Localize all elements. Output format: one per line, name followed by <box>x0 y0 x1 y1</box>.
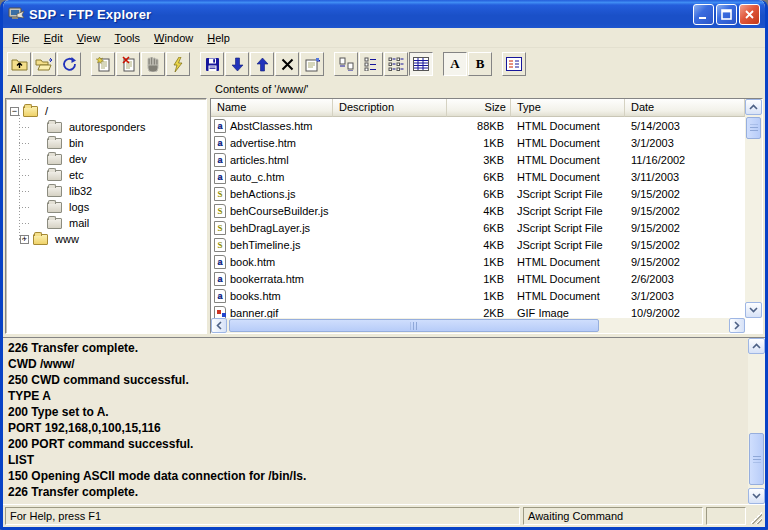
properties-button[interactable] <box>300 52 324 76</box>
log-line: 226 Transfer complete. <box>8 484 745 500</box>
open-connection-button[interactable] <box>32 52 56 76</box>
expand-expander-icon[interactable]: + <box>20 235 29 244</box>
collapse-expander-icon[interactable]: − <box>10 107 19 116</box>
file-row[interactable]: AbstClasses.htm 88KB HTML Document 5/14/… <box>211 117 745 134</box>
log-line: 200 PORT command successful. <box>8 436 745 452</box>
file-row[interactable]: advertise.htm 1KB HTML Document 3/1/2003 <box>211 134 745 151</box>
column-header-name[interactable]: Name <box>211 99 333 117</box>
file-row[interactable]: book.htm 1KB HTML Document 9/15/2002 <box>211 253 745 270</box>
folder-tree[interactable]: − / + autoresponders <box>5 98 207 334</box>
chevron-down-icon <box>752 493 761 499</box>
file-size: 6KB <box>447 222 511 234</box>
contents-pane-header: Contents of '/www/' <box>210 81 763 98</box>
tree-item[interactable]: + etc <box>10 167 204 183</box>
delete-file-button[interactable] <box>116 52 140 76</box>
close-button[interactable] <box>739 4 760 25</box>
tree-item[interactable]: + autoresponders <box>10 119 204 135</box>
horizontal-scrollbar[interactable] <box>211 318 745 333</box>
file-row[interactable]: behTimeline.js 4KB JScript Script File 9… <box>211 236 745 253</box>
tree-item[interactable]: + dev <box>10 151 204 167</box>
menu-item[interactable]: View <box>70 30 108 46</box>
file-row[interactable]: behCourseBuilder.js 4KB JScript Script F… <box>211 202 745 219</box>
scrollbar-thumb[interactable] <box>749 433 764 485</box>
log-line: 250 CWD command successful. <box>8 372 745 388</box>
binary-mode-label: B <box>476 56 485 72</box>
scroll-down-button[interactable] <box>748 488 765 504</box>
scrollbar-thumb[interactable] <box>746 117 761 139</box>
tree-item[interactable]: + mail <box>10 215 204 231</box>
file-type-icon <box>214 170 226 184</box>
up-directory-button[interactable] <box>7 52 31 76</box>
minimize-button[interactable] <box>693 4 714 25</box>
scrollbar-thumb[interactable] <box>229 319 599 332</box>
binary-mode-button[interactable]: B <box>468 52 492 76</box>
list-view-button[interactable] <box>384 52 408 76</box>
column-header-size[interactable]: Size <box>447 99 511 117</box>
main-area: All Folders − / + autoresp <box>3 80 765 334</box>
menu-item[interactable]: Help <box>200 30 237 46</box>
details-view-button[interactable] <box>409 52 433 76</box>
file-size: 4KB <box>447 239 511 251</box>
file-date: 3/1/2003 <box>625 290 745 302</box>
file-type-icon <box>214 289 226 303</box>
titlebar[interactable]: SDP - FTP Explorer <box>3 0 765 28</box>
file-rows: AbstClasses.htm 88KB HTML Document 5/14/… <box>211 117 745 333</box>
file-row[interactable]: behDragLayer.js 6KB JScript Script File … <box>211 219 745 236</box>
tree-item-label: lib32 <box>67 185 94 197</box>
file-name: book.htm <box>230 256 275 268</box>
menu-item[interactable]: Edit <box>37 30 70 46</box>
tree-item-label: / <box>43 105 50 117</box>
resize-grip[interactable] <box>749 507 763 525</box>
tree-item[interactable]: + bin <box>10 135 204 151</box>
file-row[interactable]: auto_c.htm 6KB HTML Document 3/11/2003 <box>211 168 745 185</box>
stop-transfer-button <box>141 52 165 76</box>
scroll-up-button[interactable] <box>748 338 765 354</box>
status-command-text: Awaiting Command <box>523 507 703 525</box>
save-button[interactable] <box>200 52 224 76</box>
column-header-date[interactable]: Date <box>625 99 745 117</box>
scrollbar-track[interactable] <box>227 318 729 333</box>
ftp-app-icon <box>8 6 25 23</box>
column-header-type[interactable]: Type <box>511 99 625 117</box>
download-button[interactable] <box>225 52 249 76</box>
refresh-button[interactable] <box>57 52 81 76</box>
file-type: HTML Document <box>511 273 625 285</box>
properties-icon <box>304 57 320 72</box>
menu-item[interactable]: Window <box>147 30 200 46</box>
ascii-mode-button[interactable]: A <box>443 52 467 76</box>
file-size: 4KB <box>447 205 511 217</box>
column-header-description[interactable]: Description <box>333 99 447 117</box>
maximize-button[interactable] <box>716 4 737 25</box>
scroll-left-button[interactable] <box>211 318 227 333</box>
menu-item[interactable]: File <box>5 30 37 46</box>
file-row[interactable]: bookerrata.htm 1KB HTML Document 2/6/200… <box>211 270 745 287</box>
ascii-mode-label: A <box>450 56 459 72</box>
upload-button[interactable] <box>250 52 274 76</box>
tree-item-root[interactable]: − / <box>10 103 204 119</box>
scroll-down-button[interactable] <box>745 302 762 318</box>
large-icons-view-button[interactable] <box>334 52 358 76</box>
file-size: 6KB <box>447 171 511 183</box>
file-row[interactable]: books.htm 1KB HTML Document 3/1/2003 <box>211 287 745 304</box>
log-window-button[interactable] <box>502 52 526 76</box>
tree-item[interactable]: + logs <box>10 199 204 215</box>
scroll-up-button[interactable] <box>745 99 762 115</box>
scrollbar-track[interactable] <box>745 115 762 302</box>
small-icons-view-icon <box>364 57 379 71</box>
file-row[interactable]: behActions.js 6KB JScript Script File 9/… <box>211 185 745 202</box>
list-view-icon <box>388 57 404 71</box>
menu-item[interactable]: Tools <box>107 30 147 46</box>
scrollbar-track[interactable] <box>748 354 765 488</box>
file-row[interactable]: articles.html 3KB HTML Document 11/16/20… <box>211 151 745 168</box>
tree-item[interactable]: + www <box>10 231 204 247</box>
delete-file-icon <box>121 56 136 72</box>
tree-item[interactable]: + lib32 <box>10 183 204 199</box>
scroll-right-button[interactable] <box>729 318 745 333</box>
file-name: articles.html <box>230 154 289 166</box>
vertical-scrollbar[interactable] <box>745 99 762 318</box>
quick-connect-button[interactable] <box>166 52 190 76</box>
log-vertical-scrollbar[interactable] <box>748 338 765 504</box>
new-file-button[interactable] <box>91 52 115 76</box>
small-icons-view-button[interactable] <box>359 52 383 76</box>
delete-button[interactable] <box>275 52 299 76</box>
